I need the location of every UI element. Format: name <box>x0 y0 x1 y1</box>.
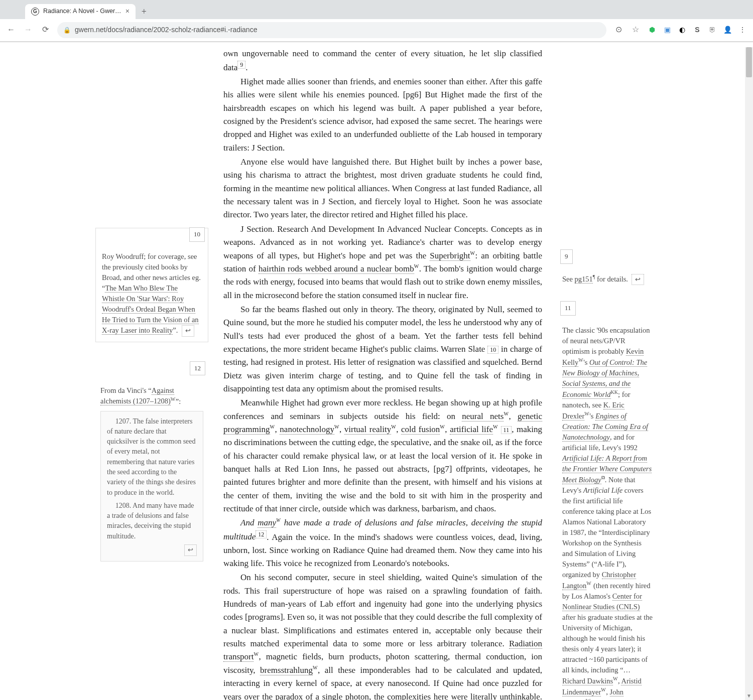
scrollbar-thumb[interactable] <box>746 47 752 77</box>
forward-button[interactable]: → <box>23 24 33 36</box>
link-hairthin-rods[interactable]: hairthin rods webbed around a nuclear bo… <box>259 264 414 274</box>
sidenote-11: 11 The classic '90s encapsulation of neu… <box>557 302 658 700</box>
star-icon[interactable]: ☆ <box>631 24 641 36</box>
search-icon[interactable]: ⊙ <box>613 24 623 36</box>
address-bar: ← → ⟳ 🔒 gwern.net/docs/radiance/2002-sch… <box>0 19 753 42</box>
quote-block: 1207. The false interpreters of nature d… <box>100 411 203 562</box>
extension-icon-3[interactable]: ◐ <box>678 26 687 35</box>
link-cold-fusion[interactable]: cold fusion <box>401 425 440 435</box>
browser-chrome: G Radiance: A Novel - Gwer… × + ← → ⟳ 🔒 … <box>0 0 753 42</box>
link-neural-nets[interactable]: neural nets <box>462 411 504 422</box>
favicon-icon: G <box>31 8 39 16</box>
footnote-ref-10[interactable]: 10 <box>487 346 498 354</box>
new-tab-button[interactable]: + <box>136 5 153 19</box>
sidenote-9: 9 See pg151¶ for details. ↩ <box>557 250 658 291</box>
return-icon[interactable]: ↩ <box>182 325 194 337</box>
tab-title: Radiance: A Novel - Gwer… <box>43 7 121 16</box>
sidenote-text: From da Vinci's <box>100 386 148 394</box>
browser-tab[interactable]: G Radiance: A Novel - Gwer… × <box>25 4 136 19</box>
footnote-ref-11[interactable]: 11 <box>501 426 512 434</box>
link-artificial-life[interactable]: artificial life <box>450 425 493 435</box>
link-dawkins[interactable]: Richard Dawkins <box>562 677 613 685</box>
link-many[interactable]: many <box>258 518 276 528</box>
body-paragraph: And manyW have made a trade of delusions… <box>223 516 542 570</box>
link-nanotechnology[interactable]: nanotechnology <box>280 425 334 435</box>
scroll-down-icon[interactable]: ▼ <box>745 692 753 700</box>
shield-icon[interactable]: ⛨ <box>708 26 717 35</box>
back-button[interactable]: ← <box>6 24 16 36</box>
link-bremsstrahlung[interactable]: bremsstrahlung <box>260 665 313 675</box>
footnote-ref-9[interactable]: 9 <box>237 61 245 69</box>
scrollbar[interactable]: ▲ ▼ <box>745 47 753 700</box>
reload-button[interactable]: ⟳ <box>40 24 50 36</box>
quote-text: 1208. And many have made a trade of delu… <box>107 501 197 541</box>
sidenote-number[interactable]: 12 <box>190 361 205 376</box>
footnote-ref-12[interactable]: 12 <box>256 530 267 538</box>
sidenote-number[interactable]: 10 <box>189 227 205 242</box>
left-sidenote-column: 10 Roy Woodruff; for coverage, see the p… <box>95 47 208 700</box>
return-icon[interactable]: ↩ <box>184 544 197 556</box>
tab-bar: G Radiance: A Novel - Gwer… × + <box>0 0 753 19</box>
url-text: gwern.net/docs/radiance/2002-scholz-radi… <box>75 25 257 36</box>
body-paragraph: On his second computer, secure in steel … <box>223 571 542 700</box>
link-virtual-reality[interactable]: virtual reality <box>344 425 391 435</box>
right-sidenote-column: 9 See pg151¶ for details. ↩ 11 The class… <box>557 47 658 700</box>
sidenote-number[interactable]: 9 <box>560 249 573 264</box>
url-input[interactable]: 🔒 gwern.net/docs/radiance/2002-scholz-ra… <box>57 22 606 38</box>
body-paragraph: Meanwhile Highet had grown ever more rec… <box>223 396 542 515</box>
profile-icon[interactable]: 👤 <box>723 26 732 35</box>
body-paragraph: own ungovernable need to command the cen… <box>223 47 542 74</box>
extension-icon-2[interactable]: ▣ <box>663 26 672 35</box>
evernote-icon[interactable]: ⬢ <box>648 26 657 35</box>
return-icon[interactable]: ↩ <box>632 274 644 286</box>
close-icon[interactable]: × <box>126 6 130 17</box>
extension-icons: ⬢ ▣ ◐ S ⛨ 👤 ⋮ <box>648 26 747 35</box>
sidenote-10: 10 Roy Woodruff; for coverage, see the p… <box>95 228 208 342</box>
extension-icon-s[interactable]: S <box>693 26 702 35</box>
body-paragraph: So far the beams flashed out only in the… <box>223 303 542 395</box>
main-text-column: own ungovernable need to command the cen… <box>208 47 557 700</box>
quote-text: 1207. The false interpreters of nature d… <box>107 416 197 498</box>
menu-icon[interactable]: ⋮ <box>738 26 747 35</box>
body-paragraph: Highet made allies sooner than friends, … <box>223 75 542 155</box>
lock-icon: 🔒 <box>63 26 71 35</box>
page-content: 10 Roy Woodruff; for coverage, see the p… <box>95 42 658 700</box>
sidenote-12: 12 From da Vinci's “Against alchemists (… <box>95 362 208 567</box>
body-paragraph: Anyone else would have languished there.… <box>223 156 542 222</box>
body-paragraph: J Section. Research And Development In A… <box>223 223 542 302</box>
link-superbright[interactable]: Superbright <box>430 251 470 261</box>
sidenote-link[interactable]: pg151 <box>575 275 593 284</box>
sidenote-number[interactable]: 11 <box>560 301 576 316</box>
sidenote-text: Roy Woodruff; for coverage, see the prev… <box>102 252 201 282</box>
